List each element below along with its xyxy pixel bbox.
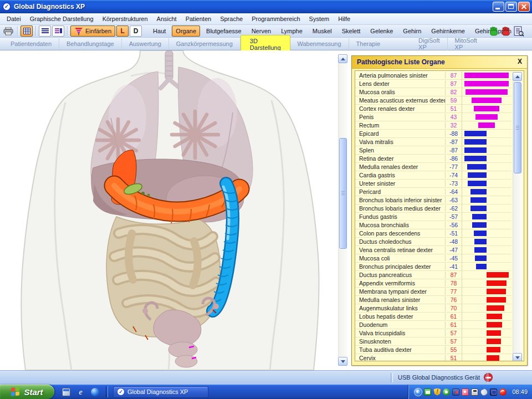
- list-scroll-down-button[interactable]: [513, 353, 522, 361]
- organ-row[interactable]: Arteria pulmonales sinister 87: [355, 71, 511, 80]
- organ-row[interactable]: Ureter sinister -73: [355, 180, 511, 188]
- network-monitors-icon[interactable]: [490, 388, 497, 396]
- organ-row[interactable]: Duodenum 61: [355, 321, 511, 329]
- organ-row[interactable]: Penis 43: [355, 113, 511, 121]
- tab-ganzkörpermessung[interactable]: Ganzkörpermessung: [169, 38, 241, 49]
- organ-row[interactable]: Colon pars descendens -51: [355, 229, 511, 238]
- tab-therapie[interactable]: Therapie: [349, 38, 387, 49]
- organ-row[interactable]: Bronchus lobaris medius dexter -62: [355, 204, 511, 213]
- show-desktop-icon[interactable]: [62, 388, 70, 396]
- menu-item-hilfe[interactable]: Hilfe: [334, 14, 355, 23]
- organ-row[interactable]: Membrana tympani dexter 77: [355, 288, 511, 296]
- organ-row[interactable]: Valva tricuspidalis 57: [355, 329, 511, 337]
- tab-wabenmessung[interactable]: Wabenmessung: [290, 38, 349, 49]
- card-reader-icon[interactable]: [424, 388, 431, 396]
- organ-row[interactable]: Cardia gastris -74: [355, 171, 511, 180]
- menu-item-programmbereich[interactable]: Programmbereich: [247, 14, 304, 23]
- organ-row[interactable]: Tuba auditiva dexter 55: [355, 346, 511, 354]
- mouse-icon[interactable]: [479, 387, 489, 397]
- rotate-left-hand-icon[interactable]: [489, 26, 499, 37]
- organ-row[interactable]: Sinusknoten 57: [355, 337, 511, 346]
- organ-bar-cell: [462, 96, 511, 105]
- view-scrollbar[interactable]: [338, 54, 347, 366]
- organ-value: -74: [445, 172, 462, 178]
- menu-item-ansicht[interactable]: Ansicht: [152, 14, 181, 23]
- organ-row[interactable]: Retina dexter -86: [355, 155, 511, 163]
- hide-icons-chevron-icon[interactable]: [415, 388, 422, 396]
- messenger-icon[interactable]: [443, 388, 450, 396]
- organ-row[interactable]: Rectum 32: [355, 121, 511, 130]
- organ-row[interactable]: Cervix 51: [355, 354, 511, 361]
- view-scroll-track[interactable]: [338, 63, 347, 357]
- organ-bar: [475, 255, 487, 261]
- organ-row[interactable]: Ductus pancreaticus 87: [355, 271, 511, 279]
- view-scroll-down-button[interactable]: [338, 357, 347, 366]
- tab-behandlungstage[interactable]: Behandlungstage: [59, 38, 122, 49]
- security-shield-icon[interactable]: [433, 388, 441, 396]
- media-player-icon[interactable]: [91, 388, 99, 396]
- organ-name: Splen: [355, 147, 445, 154]
- internet-explorer-icon[interactable]: e: [76, 388, 85, 396]
- panel-header[interactable]: Pathologische Liste Organe X: [352, 56, 527, 69]
- tray-icons: [415, 388, 507, 396]
- einfaerben-label: Einfärben: [85, 28, 111, 34]
- list-scroll-up-button[interactable]: [513, 72, 522, 81]
- sorted-stripes-icon: [55, 28, 62, 34]
- menu-item-datei[interactable]: Datei: [2, 14, 25, 23]
- menu-item-körperstrukturen[interactable]: Körperstrukturen: [98, 14, 152, 23]
- menu-item-graphische-darstellung[interactable]: Graphische Darstellung: [25, 14, 98, 23]
- organ-row[interactable]: Lobus hepatis dexter 61: [355, 313, 511, 321]
- organ-row[interactable]: Bronchus principales dexter -41: [355, 263, 511, 271]
- organ-row[interactable]: Medulla renales dexter -77: [355, 163, 511, 171]
- view-scroll-up-button[interactable]: [338, 54, 347, 63]
- organ-row[interactable]: Mucosa oralis 82: [355, 88, 511, 96]
- organ-row[interactable]: Vena centralis retinae dexter -47: [355, 246, 511, 254]
- organ-row[interactable]: Meatus acusticus externus dexter 59: [355, 96, 511, 105]
- minimize-button[interactable]: [493, 2, 504, 12]
- menu-item-patienten[interactable]: Patienten: [181, 14, 216, 23]
- close-button[interactable]: [518, 2, 530, 12]
- menu-item-system[interactable]: System: [305, 14, 334, 23]
- panel-close-button[interactable]: X: [518, 58, 522, 65]
- list-scroll-track[interactable]: [513, 81, 522, 353]
- start-button[interactable]: Start: [0, 385, 54, 399]
- list-scrollbar[interactable]: [513, 72, 522, 361]
- organ-row[interactable]: Splen -87: [355, 146, 511, 155]
- list-scroll-thumb[interactable]: [514, 82, 521, 173]
- app-pink-icon[interactable]: [462, 388, 469, 396]
- organ-row[interactable]: Mucosa bronchialis -56: [355, 221, 511, 229]
- network-disconnected-icon[interactable]: [452, 388, 459, 396]
- tab-patientendaten[interactable]: Patientendaten: [3, 38, 59, 49]
- organ-row[interactable]: Mucosa coli -45: [355, 254, 511, 263]
- view-scroll-thumb[interactable]: [339, 138, 347, 249]
- restore-button[interactable]: [505, 2, 517, 12]
- organ-bar: [464, 73, 509, 78]
- organ-row[interactable]: Valva mitralis -87: [355, 138, 511, 146]
- report-preview-icon[interactable]: [513, 26, 524, 37]
- usb-device-icon[interactable]: [471, 388, 478, 396]
- organ-row[interactable]: Medulla renales sinister 76: [355, 296, 511, 304]
- organ-bar-cell: [462, 188, 511, 196]
- taskbar-task-button[interactable]: ✓ Global Diagnostics XP: [113, 386, 208, 398]
- organ-row[interactable]: Lens dexter 87: [355, 80, 511, 88]
- organ-bar: [466, 89, 507, 95]
- organ-row[interactable]: Ductus choledochus -48: [355, 238, 511, 246]
- organ-row[interactable]: Epicard -88: [355, 130, 511, 138]
- menu-item-sprache[interactable]: Sprache: [216, 14, 247, 23]
- organ-row[interactable]: Cortex renales dexter 51: [355, 105, 511, 113]
- organ-row[interactable]: Appendix vermiformis 78: [355, 279, 511, 288]
- organ-row[interactable]: Augenmuskulatur links 70: [355, 304, 511, 313]
- organ-bar-cell: [462, 155, 511, 163]
- rotate-right-hand-icon[interactable]: [501, 26, 511, 37]
- tab-auswertung[interactable]: Auswertung: [122, 38, 169, 49]
- organ-row[interactable]: Pericard -64: [355, 188, 511, 196]
- organ-name: Cortex renales dexter: [355, 105, 445, 112]
- organ-value: 43: [445, 114, 462, 120]
- organ-row[interactable]: Bronchus lobaris inferior sinister -63: [355, 196, 511, 204]
- organ-row[interactable]: Fundus gastris -57: [355, 213, 511, 221]
- organ-bar: [487, 305, 504, 311]
- antivirus-icon[interactable]: [499, 388, 507, 396]
- anatomy-3d-view[interactable]: [0, 50, 338, 370]
- organ-name: Vena centralis retinae dexter: [355, 247, 445, 253]
- organ-bar: [487, 339, 501, 344]
